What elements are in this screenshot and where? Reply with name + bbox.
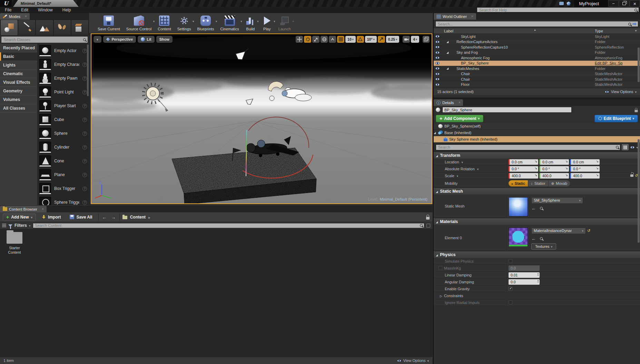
world-local-toggle[interactable] [321, 36, 328, 43]
placeable-item[interactable]: Sphere [37, 127, 89, 140]
rotation-label[interactable]: Absolute Rotation [434, 167, 506, 171]
section-transform[interactable]: Transform [434, 152, 640, 159]
filter-arrow-icon[interactable] [634, 29, 637, 32]
chevron-down-icon[interactable] [274, 20, 275, 23]
content-search-input[interactable] [35, 223, 420, 228]
learn-icon[interactable] [567, 2, 571, 6]
tab-content-browser[interactable]: Content Browser [0, 206, 47, 212]
help-icon[interactable] [82, 49, 87, 53]
location-label[interactable]: Location [434, 160, 506, 164]
placeable-item[interactable]: Plane [37, 168, 89, 182]
static-mesh-thumbnail[interactable] [509, 197, 528, 216]
visibility-eye-icon[interactable] [435, 40, 440, 43]
enable-gravity-checkbox[interactable] [509, 287, 512, 291]
surface-snap-button[interactable] [329, 36, 336, 43]
browse-to-asset-icon[interactable] [540, 237, 543, 240]
lock-icon[interactable] [426, 217, 430, 220]
outliner-row[interactable]: SkyLight SkyLight [434, 34, 640, 39]
help-icon[interactable] [82, 62, 87, 67]
translate-tool-button[interactable] [296, 36, 303, 43]
expand-arrow-icon[interactable] [446, 67, 449, 70]
mode-tool-tab[interactable] [1, 20, 18, 35]
grid-snap-value[interactable]: 10 [345, 36, 356, 43]
textures-dropdown[interactable]: Textures [531, 243, 556, 250]
breadcrumb-arrow-icon[interactable] [148, 215, 150, 220]
edit-blueprint-button[interactable]: Edit Blueprint [594, 115, 638, 122]
camera-speed-value[interactable]: 4 [411, 36, 419, 43]
toolbar-button[interactable]: Launch [278, 16, 291, 31]
toolbar-button[interactable]: Content [158, 16, 171, 31]
mode-tool-tab[interactable] [54, 20, 71, 35]
section-static-mesh[interactable]: Static Mesh [434, 188, 640, 194]
menu-item[interactable]: Help [58, 8, 76, 12]
actor-name-field[interactable] [442, 107, 572, 113]
material-dropdown[interactable]: MaterialInstanceDynar [531, 228, 586, 234]
restore-button[interactable] [619, 0, 629, 7]
property-matrix-button[interactable] [622, 144, 629, 150]
mobility-option[interactable]: Statior [528, 180, 548, 186]
search-classes[interactable] [1, 36, 88, 43]
reset-to-default-icon[interactable] [587, 229, 590, 233]
mode-category[interactable]: Lights [0, 61, 37, 70]
mobility-option[interactable]: Movab [549, 180, 570, 186]
import-button[interactable]: Import [39, 213, 64, 221]
mode-tool-tab[interactable] [18, 20, 35, 35]
content-search[interactable] [33, 223, 424, 228]
tab-world-outliner[interactable]: World Outliner [434, 13, 476, 20]
minimize-button[interactable] [608, 0, 619, 7]
placeable-item[interactable]: Cone [37, 154, 89, 168]
placeable-item[interactable]: Player Start [37, 99, 89, 113]
maximize-viewport-button[interactable] [423, 36, 430, 43]
help-icon[interactable] [82, 173, 87, 177]
menu-item[interactable]: File [0, 8, 16, 12]
location-value-field[interactable]: 0.0 cm [509, 159, 538, 165]
toolbar-button[interactable]: Source Control [126, 16, 151, 31]
sources-toggle-icon[interactable] [2, 224, 6, 224]
close-tab-icon[interactable] [42, 207, 44, 211]
static-mesh-dropdown[interactable]: SM_SkySphere [531, 197, 583, 204]
outliner-row[interactable]: Atmospheric Fog AtmosphericFog [434, 55, 640, 61]
placeable-item[interactable]: Box Trigger [37, 182, 89, 195]
mobility-option[interactable]: Static [509, 180, 528, 186]
uniform-scale-lock-icon[interactable] [630, 174, 633, 177]
help-icon[interactable] [82, 186, 87, 191]
location-value-field[interactable]: 0.0 cm [539, 159, 569, 165]
mode-category[interactable]: Volumes [0, 95, 37, 104]
view-options-button[interactable]: View Options [611, 90, 633, 94]
chevron-down-icon[interactable] [240, 20, 242, 23]
outliner-row[interactable]: Floor StaticMeshActor [434, 82, 640, 88]
visibility-eye-icon[interactable] [435, 67, 440, 70]
rotation-snap-value[interactable]: 10° [365, 36, 377, 43]
feedback-chat-icon[interactable] [559, 2, 564, 5]
lock-icon[interactable] [635, 110, 638, 112]
expand-arrow-icon[interactable] [446, 40, 449, 43]
outliner-row[interactable]: ReflectionCaptureActors Folder [434, 39, 640, 45]
grid-snap-button[interactable] [337, 36, 344, 43]
expand-arrow-icon[interactable] [434, 131, 436, 134]
camera-speed-button[interactable] [403, 36, 410, 43]
asset-folder-starter-content[interactable]: Starter Content [3, 232, 26, 254]
scale-value-field[interactable]: 400.0 [539, 173, 569, 179]
scale-snap-value[interactable]: 0.25 [386, 36, 399, 43]
placeable-item[interactable]: Empty Pawn [37, 71, 89, 85]
use-selected-asset-icon[interactable] [531, 236, 536, 241]
toolbar-button[interactable]: Cinematics [220, 16, 239, 31]
section-materials[interactable]: Materials [434, 218, 640, 225]
placeable-item[interactable]: Empty Actor [37, 44, 89, 58]
close-tab-icon[interactable] [25, 14, 27, 18]
mode-tool-tab[interactable] [71, 20, 88, 35]
mode-tool-tab[interactable] [36, 20, 53, 35]
placeable-item[interactable]: Point Light [37, 85, 89, 99]
scale-value-field[interactable]: 400.0 [509, 173, 538, 179]
outliner-search[interactable] [435, 21, 638, 27]
perspective-button[interactable]: Perspective [103, 36, 136, 43]
browse-to-asset-icon[interactable] [540, 207, 543, 210]
modes-scrollbar[interactable] [87, 44, 89, 96]
toolbar-button[interactable]: Settings [177, 16, 191, 31]
visibility-eye-icon[interactable] [435, 62, 440, 64]
visibility-eye-icon[interactable] [435, 51, 440, 54]
outliner-row[interactable]: StaticMeshes Folder [434, 66, 640, 71]
filters-button[interactable]: Filters [14, 223, 27, 228]
visibility-eye-icon[interactable] [435, 78, 440, 81]
spinner-icon[interactable] [537, 273, 539, 276]
